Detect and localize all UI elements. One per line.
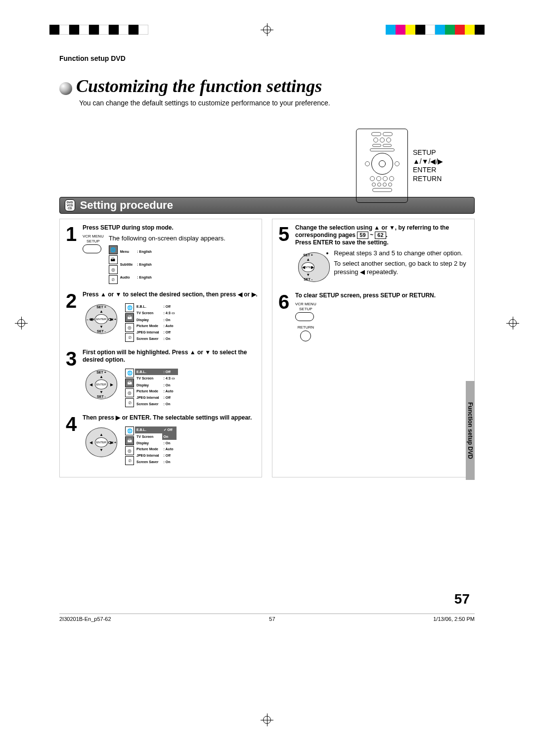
return-button-illustration xyxy=(300,331,311,341)
step-number: 6 xyxy=(276,292,291,341)
registration-marks-top xyxy=(0,22,534,37)
dpad-illustration: ENTERCH +▲▼◀▶ xyxy=(83,425,120,460)
step-3: 3First option will be highlighted. Press… xyxy=(64,349,258,407)
step-number: 4 xyxy=(64,414,79,465)
osd-tab-icon: ⎚ xyxy=(125,398,134,407)
osd-tab-icon: 🏔 xyxy=(109,255,118,264)
osd-tab-icon: ◎ xyxy=(125,388,134,397)
remote-labels: SETUP ▲/▼/◀/▶ ENTER RETURN xyxy=(413,148,443,183)
crosshair-right xyxy=(506,317,519,330)
osd-tab-icon: ⎚ xyxy=(109,275,118,284)
steps-right-column: 5Change the selection using ▲ or ▼, by r… xyxy=(272,219,475,477)
step-6: 6To clear SETUP screen, press SETUP or R… xyxy=(276,292,470,341)
remote-callout: SETUP ▲/▼/◀/▶ ENTER RETURN xyxy=(356,129,485,203)
osd-tab-icon: ◎ xyxy=(125,323,134,332)
osd-tab-icon: 🌐 xyxy=(125,303,134,312)
step-lead: Change the selection using ▲ or ▼, by re… xyxy=(295,224,470,247)
osd-tab-icon: 🏔 xyxy=(125,313,134,322)
remote-dpad xyxy=(371,153,393,175)
osd-tab-icon: 🏔 xyxy=(125,436,134,445)
footer-file: 2I30201B-En_p57-62 xyxy=(59,616,111,622)
remote-diagram xyxy=(356,129,408,203)
setup-button-illustration xyxy=(83,244,101,253)
osd-tab-icon: 🏔 xyxy=(125,378,134,387)
step-bullets: Repeat steps 3 and 5 to change other opt… xyxy=(334,249,470,279)
step-lead: To clear SETUP screen, press SETUP or RE… xyxy=(295,292,470,299)
dpad-illustration: ENTERSET +SET -▲▼◀▶ xyxy=(83,367,120,402)
intro-text: You can change the default settings to c… xyxy=(79,99,475,108)
decorative-sphere xyxy=(59,82,72,95)
osd-tab-icon: 🌐 xyxy=(125,369,134,378)
osd-tab-icon: ◎ xyxy=(125,446,134,455)
setup-button-illustration xyxy=(295,312,314,321)
registration-marks-bottom xyxy=(0,713,534,726)
step-lead: Press ▲ or ▼ to select the desired secti… xyxy=(83,291,258,298)
step-lead: First option will be highlighted. Press … xyxy=(83,349,258,364)
crosshair-top xyxy=(261,23,273,36)
page-number: 57 xyxy=(454,591,470,607)
osd-tab-icon: 🌐 xyxy=(125,426,134,435)
step-lead: Press SETUP during stop mode. xyxy=(83,224,258,232)
step-number: 1 xyxy=(64,224,79,284)
remote-label-enter: ENTER xyxy=(413,166,443,175)
osd-preview: 🌐🏔◎⎚E.B.L.: OffTV Screen: 4:3 ▭Display: … xyxy=(125,369,178,407)
section-tag: Function setup DVD xyxy=(59,54,475,62)
osd-tab-icon: ◎ xyxy=(109,265,118,274)
disc-type-badge: DVD VCD CD xyxy=(65,199,75,211)
procedure-title: Setting procedure xyxy=(80,199,173,212)
step-2: 2Press ▲ or ▼ to select the desired sect… xyxy=(64,291,258,342)
osd-tab-icon: 🌐 xyxy=(109,245,118,254)
step-4: 4Then press ▶ or ENTER. The selectable s… xyxy=(64,414,258,465)
crosshair-bottom xyxy=(261,713,273,726)
remote-label-setup: SETUP xyxy=(413,148,443,157)
step-number: 5 xyxy=(276,224,291,285)
osd-tab-icon: ⎚ xyxy=(125,456,134,465)
crosshair-left xyxy=(15,317,28,330)
bw-registration-blocks xyxy=(49,25,148,35)
osd-preview: 🌐🏔◎⎚E.B.L.✓ OffTV ScreenOnDisplay: OnPic… xyxy=(125,426,177,465)
step-number: 2 xyxy=(64,291,79,342)
color-registration-blocks xyxy=(386,25,485,35)
osd-preview: 🌐🏔◎⎚E.B.L.: OffTV Screen: 4:3 ▭Display: … xyxy=(125,303,178,342)
step-1: 1Press SETUP during stop mode.VCR MENUSE… xyxy=(64,224,258,284)
footer: 2I30201B-En_p57-62 57 1/13/06, 2:50 PM xyxy=(59,614,475,622)
step-lead: Then press ▶ or ENTER. The selectable se… xyxy=(83,414,258,422)
remote-label-return: RETURN xyxy=(413,175,443,184)
dpad-illustration: ENTERSET +SET -– CHCH +▲▼◀▶ xyxy=(83,301,120,337)
step-5: 5Change the selection using ▲ or ▼, by r… xyxy=(276,224,470,285)
steps-left-column: 1Press SETUP during stop mode.VCR MENUSE… xyxy=(59,219,262,477)
step-body: The following on-screen display appears. xyxy=(109,235,225,242)
dpad-illustration: ENTERSET +SET -▲▼◀▶ xyxy=(295,249,321,285)
footer-date: 1/13/06, 2:50 PM xyxy=(433,616,475,622)
page-title: Customizing the function settings xyxy=(76,77,322,95)
side-tab: Function setup DVD xyxy=(466,381,475,480)
osd-preview: 🌐🏔◎⎚Menu: EnglishSubtitle: EnglishAudio:… xyxy=(109,245,225,284)
osd-tab-icon: ⎚ xyxy=(125,333,134,342)
step-number: 3 xyxy=(64,349,79,407)
remote-label-arrows: ▲/▼/◀/▶ xyxy=(413,157,443,166)
footer-page: 57 xyxy=(269,616,275,622)
